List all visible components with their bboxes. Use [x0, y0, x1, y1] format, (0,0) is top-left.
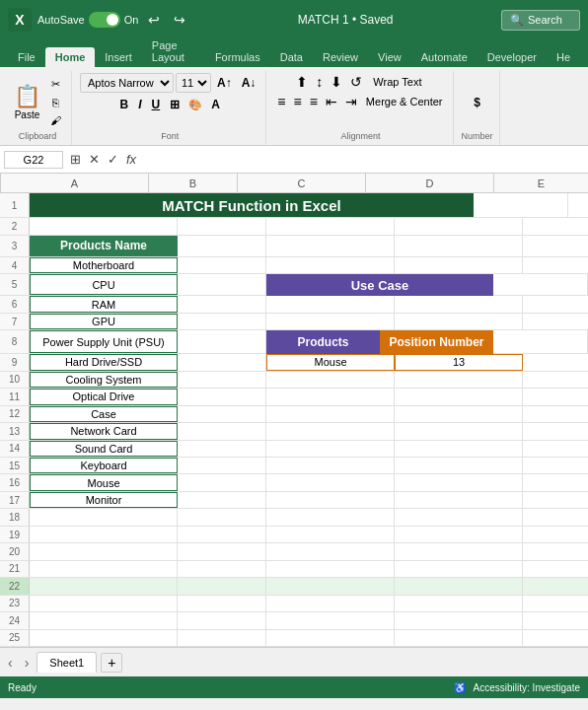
cell-12e[interactable]	[523, 406, 588, 422]
cell-10c[interactable]	[266, 372, 395, 388]
cell-15e[interactable]	[523, 458, 588, 473]
cell-12b[interactable]	[178, 406, 266, 422]
cell-6d[interactable]	[395, 296, 523, 312]
font-color-button[interactable]: A	[207, 97, 224, 112]
align-center-button[interactable]: ≡	[291, 93, 305, 110]
bold-button[interactable]: B	[115, 97, 132, 112]
cell-7d[interactable]	[395, 314, 523, 329]
format-painter-button[interactable]: 🖌	[46, 112, 65, 128]
cell-17c[interactable]	[266, 492, 395, 508]
cell-9b[interactable]	[178, 354, 266, 370]
tab-automate[interactable]: Automate	[411, 47, 478, 67]
cell-2b[interactable]	[178, 218, 266, 234]
cell-8a[interactable]: Power Supply Unit (PSU)	[30, 330, 178, 353]
cell-14d[interactable]	[395, 441, 523, 457]
cut-button[interactable]: ✂	[46, 76, 65, 93]
accept-formula-button[interactable]: ✓	[105, 151, 121, 168]
fill-color-button[interactable]: 🎨	[185, 95, 205, 114]
cell-13e[interactable]	[523, 423, 588, 439]
cell-17e[interactable]	[523, 492, 588, 508]
cell-11a[interactable]: Optical Drive	[30, 389, 178, 404]
cell-13c[interactable]	[266, 423, 395, 439]
cell-8b[interactable]	[178, 330, 266, 353]
cell-17b[interactable]	[178, 492, 266, 508]
cell-16a[interactable]: Mouse	[30, 474, 178, 490]
tab-help[interactable]: He	[547, 47, 580, 67]
merge-center-button[interactable]: Merge & Center	[362, 93, 447, 110]
cell-16c[interactable]	[266, 474, 395, 490]
cell-11e[interactable]	[523, 389, 588, 404]
cell-reference-input[interactable]	[4, 151, 63, 169]
sheet1-tab[interactable]: Sheet1	[37, 652, 97, 673]
wrap-text-button[interactable]: Wrap Text	[367, 73, 427, 91]
cell-4b[interactable]	[178, 257, 266, 273]
cell-2c[interactable]	[266, 218, 395, 234]
cell-10a[interactable]: Cooling System	[30, 372, 178, 388]
cell-16e[interactable]	[523, 474, 588, 490]
currency-button[interactable]: $	[470, 95, 484, 110]
cell-6b[interactable]	[178, 296, 266, 312]
cell-6a[interactable]: RAM	[30, 296, 178, 312]
tab-view[interactable]: View	[368, 47, 411, 67]
cell-3b[interactable]	[178, 236, 266, 256]
cell-2e[interactable]	[523, 218, 588, 234]
use-case-position[interactable]: 13	[395, 354, 523, 370]
formula-input[interactable]	[143, 153, 584, 167]
cell-7e[interactable]	[523, 314, 588, 329]
copy-button[interactable]: ⎘	[46, 95, 65, 110]
autosave-toggle[interactable]	[89, 12, 120, 28]
cell-7b[interactable]	[178, 314, 266, 329]
col-header-c[interactable]: C	[238, 174, 366, 192]
next-sheet-button[interactable]: ›	[21, 653, 34, 673]
redo-button[interactable]: ↪	[170, 10, 189, 30]
font-grow-button[interactable]: A↑	[213, 75, 236, 91]
col-header-a[interactable]: A	[1, 174, 149, 192]
search-box[interactable]: 🔍 Search	[501, 10, 580, 31]
col-header-d[interactable]: D	[366, 174, 494, 192]
align-bottom-button[interactable]: ⬇	[328, 73, 345, 91]
cell-13d[interactable]	[395, 423, 523, 439]
cell-13b[interactable]	[178, 423, 266, 439]
cell-11b[interactable]	[178, 389, 266, 404]
cell-9e[interactable]	[523, 354, 588, 370]
cell-10e[interactable]	[523, 372, 588, 388]
cell-15d[interactable]	[395, 458, 523, 473]
cell-5e[interactable]	[493, 274, 588, 295]
use-case-label[interactable]: Use Case	[266, 274, 493, 296]
cell-14e[interactable]	[523, 441, 588, 457]
cell-16b[interactable]	[178, 474, 266, 490]
cell-17d[interactable]	[395, 492, 523, 508]
cell-11c[interactable]	[266, 389, 395, 404]
cell-12a[interactable]: Case	[30, 406, 178, 422]
cell-4c[interactable]	[266, 257, 395, 273]
cell-15c[interactable]	[266, 458, 395, 473]
font-shrink-button[interactable]: A↓	[238, 75, 260, 91]
cell-6e[interactable]	[523, 296, 588, 312]
cell-11d[interactable]	[395, 389, 523, 404]
font-name-select[interactable]: Aptos Narrow	[80, 73, 174, 93]
cell-1e[interactable]	[474, 193, 568, 217]
paste-button[interactable]: 📋 Paste	[10, 82, 44, 122]
border-button[interactable]: ⊞	[166, 97, 184, 112]
tab-review[interactable]: Review	[313, 47, 368, 67]
cell-14c[interactable]	[266, 441, 395, 457]
insert-function-button[interactable]: fx	[123, 151, 139, 168]
title-cell[interactable]: MATCH Function in Excel	[30, 193, 474, 217]
col-header-b[interactable]: B	[149, 174, 238, 192]
cell-7c[interactable]	[266, 314, 395, 329]
position-col-header[interactable]: Position Number	[380, 330, 493, 354]
cell-10b[interactable]	[178, 372, 266, 388]
cell-16d[interactable]	[395, 474, 523, 490]
use-case-product[interactable]: Mouse	[266, 354, 395, 370]
cell-2a[interactable]	[30, 218, 178, 234]
cell-4d[interactable]	[395, 257, 523, 273]
cell-3e[interactable]	[523, 236, 588, 256]
align-top-button[interactable]: ⬆	[293, 73, 311, 91]
col-header-e[interactable]: E	[494, 174, 588, 192]
cell-3c[interactable]	[266, 236, 395, 256]
increase-indent-button[interactable]: ⇥	[342, 93, 360, 110]
prev-sheet-button[interactable]: ‹	[4, 653, 17, 673]
cell-2d[interactable]	[395, 218, 523, 234]
add-sheet-button[interactable]: +	[101, 653, 122, 673]
text-direction-button[interactable]: ↺	[347, 73, 365, 91]
